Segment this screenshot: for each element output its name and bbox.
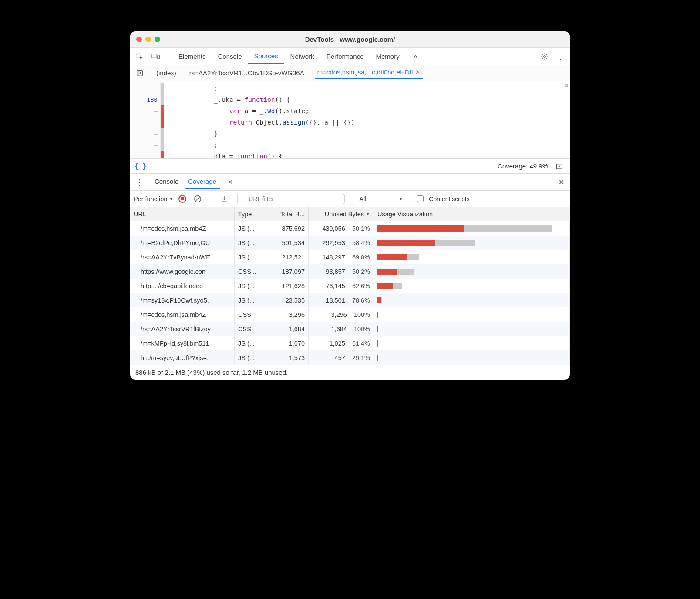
svg-point-3 [544,55,546,57]
tab-network[interactable]: Network [284,49,320,64]
table-row[interactable]: /rs=AA2YrTvBynad-nWEJS (...212,521148,29… [130,250,570,264]
devtools-window: DevTools - www.google.com/ ElementsConso… [130,31,570,380]
window-title: DevTools - www.google.com/ [130,36,570,43]
table-row[interactable]: /rs=AA2YrTssrVR1lBtzoyCSS1,6841,684 100% [130,322,570,336]
chevron-down-icon: ▼ [398,196,403,201]
separator [410,194,410,204]
sort-desc-icon: ▼ [366,212,370,216]
svg-rect-2 [158,55,159,58]
url-filter-input[interactable] [245,194,345,204]
export-icon[interactable] [218,193,230,205]
line-number-gutter: –180––––– [130,81,161,158]
separator [211,194,211,204]
type-filter-dropdown[interactable]: All ▼ [359,195,403,202]
col-unused[interactable]: Unused Bytes ▼ [309,207,374,221]
more-tabs-icon[interactable]: » [409,50,421,63]
main-tabs: ElementsConsoleSourcesNetworkPerformance… [172,49,406,64]
titlebar: DevTools - www.google.com/ [130,31,570,48]
tab-console[interactable]: Console [212,49,248,64]
table-row[interactable]: h.../m=syev,aLUfP?xjs=:JS (...1,573457 2… [130,350,570,365]
separator [237,194,238,204]
svg-marker-8 [558,165,560,167]
table-row[interactable]: https://www.google.conCSS...187,09793,85… [130,264,570,279]
coverage-toolbar: Per function ▼ All ▼ Content scripts [130,191,570,207]
device-toolbar-icon[interactable] [149,50,162,63]
content-scripts-label: Content scripts [429,195,469,202]
table-row[interactable]: http... /cb=gapi.loaded_JS (...121,62876… [130,279,570,293]
kebab-menu-icon[interactable]: ⋮ [554,50,566,63]
coverage-scope-label: Per function [134,195,167,202]
table-row[interactable]: /m=cdos,hsm,jsa,mb4ZCSS3,2963,296 100% [130,307,570,322]
col-url[interactable]: URL [130,207,235,221]
table-row[interactable]: /m=B2qlPe,DhPYme,GUJS (...501,534292,953… [130,236,570,250]
table-header[interactable]: URL Type Total B... Unused Bytes ▼ Usage… [130,207,570,221]
tab-memory[interactable]: Memory [370,49,406,64]
inspect-icon[interactable] [134,50,146,63]
content-scripts-checkbox[interactable] [417,195,424,202]
source-footer: { } Coverage: 49.9% [130,158,570,173]
tab-performance[interactable]: Performance [320,49,370,64]
coverage-scope-dropdown[interactable]: Per function ▼ [134,195,173,202]
coverage-gutter [161,81,164,158]
table-row[interactable]: /m=cdos,hsm,jsa,mb4ZJS (...875,692439,05… [130,221,570,236]
table-row[interactable]: /m=kMFpHd,sy8l,bm511JS (...1,6701,025 61… [130,336,570,350]
file-tab-bar: (index)rs=AA2YrTssrVR1...Obv1DSp-vWG36Am… [130,65,570,81]
drawer-tab-bar: ⋮ ConsoleCoverage ✕ ✕ [130,173,570,191]
close-drawer-tab-icon[interactable]: ✕ [224,176,236,188]
separator [352,194,352,204]
svg-marker-6 [140,71,141,74]
main-toolbar: ElementsConsoleSourcesNetworkPerformance… [130,48,570,65]
coverage-table: URL Type Total B... Unused Bytes ▼ Usage… [130,207,570,365]
col-total[interactable]: Total B... [265,207,309,221]
svg-rect-1 [151,54,157,58]
file-tab[interactable]: (index) [154,67,179,78]
separator [167,52,167,61]
clear-icon[interactable] [192,193,204,205]
coverage-percent-label: Coverage: 49.9% [498,162,548,170]
record-button[interactable] [178,195,186,203]
file-tab[interactable]: m=cdos,hsm,jsa,...c,dtl0hd,eHDfl✕ [315,67,423,79]
code-content[interactable]: ; _.Uka = function() { var a = _.Wd().st… [164,81,570,158]
coverage-toggle-icon[interactable] [553,160,565,172]
drawer-tab-console[interactable]: Console [151,175,182,189]
svg-rect-4 [137,70,143,76]
drawer-menu-icon[interactable]: ⋮ [133,177,147,187]
coverage-status-bar: 886 kB of 2.1 MB (43%) used so far, 1.2 … [130,365,570,380]
tab-elements[interactable]: Elements [172,49,212,64]
close-tab-icon[interactable]: ✕ [415,69,420,75]
col-viz[interactable]: Usage Visualization [374,207,570,221]
type-filter-label: All [359,195,366,202]
chevron-down-icon: ▼ [169,196,173,201]
table-row[interactable]: /m=sy18x,P10Owf,syo5,JS (...23,53518,501… [130,293,570,307]
tab-sources[interactable]: Sources [248,49,284,64]
drawer-tab-coverage[interactable]: Coverage [185,175,220,189]
file-tab[interactable]: rs=AA2YrTssrVR1...Obv1DSp-vWG36A [187,67,307,78]
scroll-indicator [565,84,568,87]
col-type[interactable]: Type [235,207,265,221]
close-drawer-icon[interactable]: ✕ [555,176,567,188]
pretty-print-icon[interactable]: { } [135,162,146,170]
settings-icon[interactable] [538,50,551,63]
show-navigator-icon[interactable] [134,67,146,79]
source-code-pane[interactable]: –180––––– ; _.Uka = function() { var a =… [130,81,570,158]
status-text: 886 kB of 2.1 MB (43%) used so far, 1.2 … [135,369,288,376]
svg-line-11 [196,197,200,201]
